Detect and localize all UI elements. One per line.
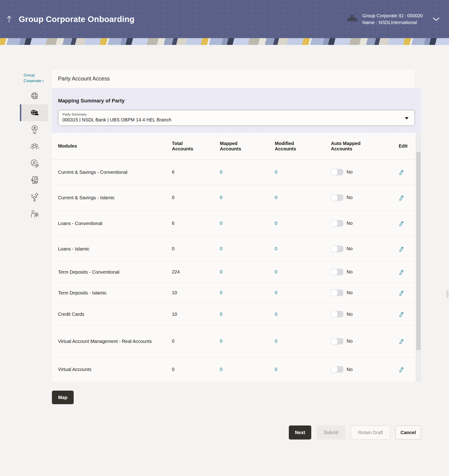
- total-accounts-value: 0: [172, 246, 220, 251]
- col-header-modules: Modules: [58, 143, 172, 149]
- table-body: Current & Savings - Conventional600NoCur…: [52, 159, 421, 381]
- sidebar-item-report[interactable]: [21, 172, 48, 188]
- edit-icon[interactable]: [399, 246, 404, 252]
- table-row: Current & Savings - Islamic000No: [52, 185, 421, 210]
- edit-icon[interactable]: [399, 290, 404, 296]
- edit-icon[interactable]: [399, 338, 404, 344]
- total-accounts-value: 6: [172, 221, 220, 226]
- corporate-id-text: Group Corporate ID : 000020: [362, 12, 423, 19]
- sidebar-item-workflow[interactable]: [21, 188, 48, 205]
- modified-accounts-link[interactable]: 0: [275, 312, 277, 317]
- window-scrollbar-thumb[interactable]: [446, 290, 449, 298]
- edit-icon[interactable]: [399, 220, 404, 227]
- submit-button[interactable]: Submit: [317, 425, 345, 440]
- table-row: Current & Savings - Conventional600No: [52, 159, 421, 185]
- modified-accounts-link[interactable]: 0: [275, 195, 277, 200]
- scroll-top-arrow-icon[interactable]: [5, 15, 13, 24]
- globe-icon: [30, 91, 39, 101]
- modified-accounts-link[interactable]: 0: [275, 269, 277, 274]
- auto-mapped-label: No: [347, 367, 353, 372]
- sidebar-item-user-profile[interactable]: [21, 121, 48, 138]
- workflow-icon: [30, 192, 39, 202]
- edit-icon[interactable]: [399, 311, 404, 317]
- retain-draft-button[interactable]: Retain Draft: [351, 425, 390, 440]
- modified-accounts-link[interactable]: 0: [275, 169, 277, 175]
- edit-icon[interactable]: [399, 366, 404, 372]
- auto-mapped-label: No: [347, 169, 353, 175]
- page-header-title: Group Corporate Onboarding: [19, 15, 135, 24]
- chevron-down-icon[interactable]: [433, 17, 440, 21]
- app-header: Group Corporate Onboarding Group Corpora…: [0, 0, 449, 38]
- total-accounts-value: 224: [172, 269, 220, 275]
- edit-icon[interactable]: [399, 269, 404, 275]
- table-row: Virtual Account Management - Real Accoun…: [52, 325, 421, 357]
- sidebar-item-users-group[interactable]: [21, 138, 48, 155]
- footer-actions: Next Submit Retain Draft Cancel: [52, 425, 421, 440]
- mapped-accounts-link[interactable]: 0: [220, 221, 222, 226]
- modified-accounts-link[interactable]: 0: [275, 246, 277, 251]
- modified-accounts-link[interactable]: 0: [275, 339, 277, 344]
- table-row: Loans - Islamic000No: [52, 236, 421, 261]
- map-button[interactable]: Map: [52, 391, 74, 404]
- page-title-card: Party Account Access: [52, 70, 415, 88]
- table-row: Credit Cards1000No: [52, 303, 421, 325]
- toggle-knob: [331, 195, 337, 201]
- next-button[interactable]: Next: [289, 425, 311, 440]
- module-name: Credit Cards: [58, 311, 172, 318]
- breadcrumb-chevron-icon: ›: [42, 78, 44, 83]
- table-scrollbar[interactable]: [416, 133, 421, 381]
- auto-mapped-toggle[interactable]: [331, 366, 343, 373]
- mapped-accounts-link[interactable]: 0: [220, 169, 222, 175]
- auto-mapped-label: No: [347, 290, 353, 295]
- auto-mapped-toggle[interactable]: [331, 246, 343, 252]
- module-name: Virtual Account Management - Real Accoun…: [58, 338, 172, 345]
- user-settings-icon: [30, 209, 39, 219]
- mapped-accounts-link[interactable]: 0: [220, 195, 222, 200]
- user-profile-icon: [30, 125, 39, 135]
- mapped-accounts-link[interactable]: 0: [220, 367, 222, 372]
- modified-accounts-link[interactable]: 0: [275, 221, 277, 226]
- auto-mapped-toggle[interactable]: [331, 169, 343, 176]
- breadcrumb-label: Group Corporate: [24, 73, 41, 83]
- module-name: Loans - Islamic: [58, 245, 172, 252]
- sidebar-item-global[interactable]: [21, 87, 48, 104]
- auto-mapped-toggle[interactable]: [331, 338, 343, 345]
- party-summary-select[interactable]: Party Summary 000315 | NSDL Bank | UBS O…: [58, 110, 415, 126]
- sidebar-item-user-edit[interactable]: [21, 155, 48, 172]
- auto-mapped-toggle[interactable]: [331, 311, 343, 317]
- edit-icon[interactable]: [399, 169, 404, 175]
- mapped-accounts-link[interactable]: 0: [220, 312, 222, 317]
- table-row: Term Deposits - Islamic1000No: [52, 283, 421, 303]
- edit-icon[interactable]: [399, 195, 404, 201]
- scrollbar-thumb[interactable]: [416, 152, 421, 350]
- auto-mapped-toggle[interactable]: [331, 220, 343, 227]
- party-summary-label: Party Summary: [62, 112, 410, 116]
- cancel-button[interactable]: Cancel: [395, 425, 421, 440]
- sidebar-item-party-account-access[interactable]: [20, 104, 48, 121]
- module-name: Current & Savings - Conventional: [58, 169, 172, 176]
- mapped-accounts-link[interactable]: 0: [220, 246, 222, 251]
- auto-mapped-toggle[interactable]: [331, 194, 343, 201]
- corporate-name-text: Name : NSDLInternational: [362, 19, 423, 26]
- party-account-access-icon: [30, 108, 39, 117]
- corporate-switcher[interactable]: Group Corporate ID : 000020 Name : NSDLI…: [347, 12, 440, 26]
- table-row: Term Deposits - Conventional22400No: [52, 261, 421, 283]
- toggle-knob: [331, 169, 337, 175]
- mapped-accounts-link[interactable]: 0: [220, 290, 222, 295]
- auto-mapped-toggle[interactable]: [331, 269, 343, 275]
- modified-accounts-link[interactable]: 0: [275, 367, 277, 372]
- total-accounts-value: 0: [172, 367, 220, 372]
- sidebar-item-user-settings[interactable]: [21, 205, 48, 222]
- modified-accounts-link[interactable]: 0: [275, 290, 277, 295]
- total-accounts-value: 0: [172, 195, 220, 200]
- module-name: Term Deposits - Conventional: [58, 268, 172, 276]
- module-name: Virtual Accounts: [58, 366, 172, 373]
- auto-mapped-toggle[interactable]: [331, 289, 343, 296]
- mapping-summary-heading: Mapping Summary of Party: [58, 88, 415, 104]
- table-row: Virtual Accounts000No: [52, 357, 421, 381]
- breadcrumb[interactable]: Group Corporate›: [24, 73, 52, 84]
- auto-mapped-label: No: [347, 312, 353, 317]
- mapped-accounts-link[interactable]: 0: [220, 339, 222, 344]
- mapped-accounts-link[interactable]: 0: [220, 269, 222, 274]
- toggle-knob: [331, 338, 337, 344]
